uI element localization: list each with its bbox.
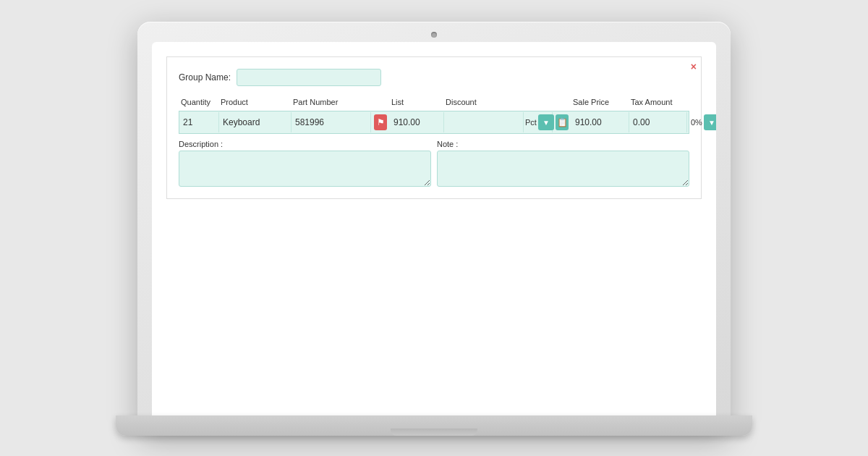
col-tax-amount: Tax Amount [629, 96, 686, 108]
note-label: Note : [437, 140, 689, 148]
note-section: Note : [437, 140, 689, 187]
description-section: Description : [179, 140, 431, 187]
cell-flag: ⚑ [371, 112, 390, 132]
part-number-input[interactable] [295, 117, 367, 127]
cell-product[interactable] [219, 112, 292, 132]
cell-sale-price[interactable] [571, 112, 629, 132]
flag-button[interactable]: ⚑ [374, 114, 387, 130]
description-note-row: Description : Note : [179, 140, 689, 187]
cell-discount-type: Pct ▼ [524, 112, 553, 132]
description-label: Description : [179, 140, 431, 148]
product-input[interactable] [223, 117, 287, 127]
tax-rate-label: 0% [691, 118, 702, 127]
sale-price-input[interactable] [575, 117, 625, 127]
note-textarea[interactable] [437, 151, 689, 187]
col-sale-price: Sale Price [571, 96, 629, 108]
quantity-value: 21 [183, 117, 192, 127]
cell-part-number[interactable] [292, 112, 371, 132]
tax-amount-input[interactable] [633, 117, 683, 127]
tax-arrow-icon: ▼ [708, 119, 715, 127]
dialog-close-button[interactable]: × [691, 62, 697, 72]
group-name-input[interactable] [237, 69, 381, 86]
cell-discount[interactable] [444, 112, 524, 132]
screen-content: × Group Name: Quantity Product Part Numb… [152, 42, 716, 434]
col-quantity: Quantity [179, 96, 218, 108]
cell-tax-amount[interactable] [629, 112, 687, 132]
laptop-base [116, 415, 752, 436]
cell-discount-icon: 📋 [553, 112, 571, 132]
cell-tax-rate: 0% ▼ [687, 111, 716, 133]
col-discount-spacer [552, 96, 571, 108]
col-discount-type [523, 96, 552, 108]
laptop-frame: × Group Name: Quantity Product Part Numb… [137, 22, 731, 434]
group-name-row: Group Name: [179, 69, 689, 86]
laptop-hinge [391, 428, 477, 436]
group-name-label: Group Name: [179, 72, 231, 83]
col-tax-rate [686, 96, 716, 108]
camera-bar [152, 32, 716, 38]
laptop-camera [431, 32, 437, 38]
discount-icon-button[interactable]: 📋 [556, 114, 569, 130]
list-price-input[interactable] [393, 117, 440, 127]
col-list-spacer [370, 96, 389, 108]
discount-type-button[interactable]: ▼ [538, 114, 554, 130]
arrow-down-icon: ▼ [542, 119, 550, 127]
col-discount: Discount [443, 96, 523, 108]
description-textarea[interactable] [179, 151, 431, 187]
cell-list-price[interactable] [390, 112, 444, 132]
col-product: Product [218, 96, 291, 108]
laptop-screen: × Group Name: Quantity Product Part Numb… [152, 42, 716, 434]
table-header: Quantity Product Part Number List Discou… [179, 96, 689, 108]
table-row: 21 ⚑ [179, 111, 689, 134]
cell-quantity: 21 [179, 112, 219, 132]
discount-type-label: Pct [525, 118, 537, 127]
tax-rate-button[interactable]: ▼ [704, 114, 716, 130]
discount-input[interactable] [448, 117, 519, 127]
form-dialog: × Group Name: Quantity Product Part Numb… [166, 56, 702, 199]
col-list: List [389, 96, 443, 108]
col-part-number: Part Number [291, 96, 370, 108]
